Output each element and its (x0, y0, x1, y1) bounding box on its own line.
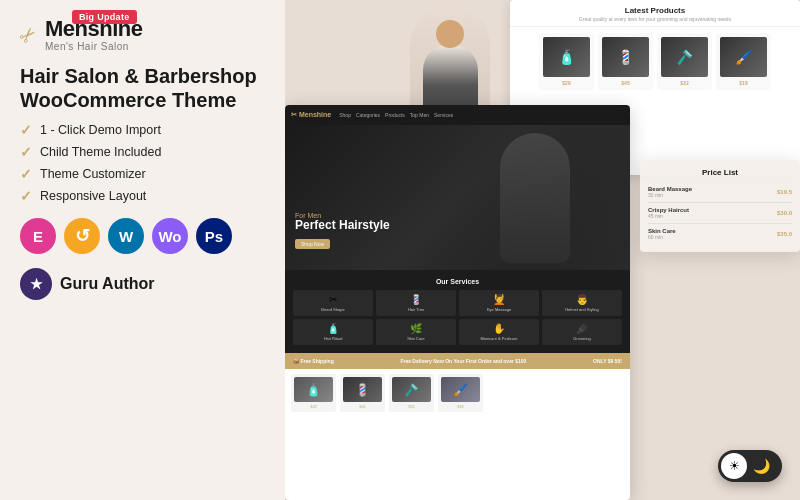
mini-product-img: 💈 (343, 377, 382, 402)
service-item: 💈 Hair Trim (376, 290, 456, 316)
feature-label: Child Theme Included (40, 145, 161, 159)
barber-nav: ✂ Menshine Shop Categories Products Top … (285, 105, 630, 125)
service-name: Beard Shape (295, 307, 371, 312)
nav-link: Top Men (410, 112, 429, 118)
woocommerce-icon: Wo (152, 218, 188, 254)
mini-product-price: $32 (392, 404, 431, 409)
service-icon: 🌿 (378, 323, 454, 334)
features-list: ✓ 1 - Click Demo Import ✓ Child Theme In… (20, 122, 265, 204)
product-price: $18 (720, 80, 767, 86)
shop-title: Latest Products (518, 6, 792, 15)
barber-silhouette (500, 133, 570, 263)
check-icon: ✓ (20, 122, 32, 138)
price-list-title: Price List (648, 168, 792, 177)
screenshot-main: ✂ Menshine Shop Categories Products Top … (285, 105, 630, 500)
product-img: 🖌️ (720, 37, 767, 77)
service-name: Skin Care (378, 336, 454, 341)
dark-mode-toggle[interactable]: ☀ 🌙 (718, 450, 782, 482)
logo-subtitle: Men's Hair Salon (45, 41, 142, 52)
service-item: 🪮 Grooming (542, 319, 622, 345)
right-panel: Latest Products Great quality at every i… (285, 0, 800, 500)
mini-product-img: 🧴 (294, 377, 333, 402)
product-card: 🖌️ $18 (716, 33, 771, 90)
dark-mode-icon: 🌙 (753, 458, 770, 474)
mini-product: 🧴 $29 (291, 374, 336, 412)
services-title: Our Services (293, 278, 622, 285)
hero-barber-image (440, 125, 630, 270)
nav-link: Shop (339, 112, 351, 118)
feature-click-demo: ✓ 1 - Click Demo Import (20, 122, 265, 138)
price-item-cost: $35.0 (777, 231, 792, 237)
services-section: Our Services ✂ Beard Shape 💈 Hair Trim 💆… (285, 270, 630, 353)
price-item-desc: 60 min (648, 234, 676, 240)
price-item: Beard Massage 30 min $19.5 (648, 182, 792, 203)
shop-now-button[interactable]: Shop Now (295, 239, 330, 249)
shop-header: Latest Products Great quality at every i… (510, 0, 800, 27)
light-mode-icon: ☀ (721, 453, 747, 479)
service-item: 🧴 Hair Ritual (293, 319, 373, 345)
service-item: ✂ Beard Shape (293, 290, 373, 316)
products-grid: 🧴 $29 💈 $45 🪒 $32 🖌️ $18 (510, 27, 800, 96)
logo-area: Big Update ✂ Menshine Men's Hair Salon (20, 18, 265, 52)
product-card: 🧴 $29 (539, 33, 594, 90)
big-update-badge: Big Update (72, 10, 137, 24)
service-name: Hair Trim (378, 307, 454, 312)
shop-subtitle: Great quality at every item for your gro… (518, 16, 792, 22)
check-icon: ✓ (20, 166, 32, 182)
guru-star-icon: ★ (20, 268, 52, 300)
product-price: $32 (661, 80, 708, 86)
product-img: 💈 (602, 37, 649, 77)
services-grid: ✂ Beard Shape 💈 Hair Trim 💆 Eye Massage … (293, 290, 622, 345)
feature-child-theme: ✓ Child Theme Included (20, 144, 265, 160)
service-icon: 🧴 (295, 323, 371, 334)
service-icon: 💆 (461, 294, 537, 305)
hero-text: For Men Perfect Hairstyle Shop Now (295, 212, 390, 250)
service-name: Grooming (544, 336, 620, 341)
left-panel: Big Update ✂ Menshine Men's Hair Salon H… (0, 0, 285, 500)
mini-product: 🖌️ $18 (438, 374, 483, 412)
perfect-hairstyle-title: Perfect Hairstyle (295, 219, 390, 232)
service-item: ✋ Manicure & Pedicure (459, 319, 539, 345)
nav-links: Shop Categories Products Top Men Service… (339, 112, 453, 118)
price-item: Crispy Haircut 45 min $30.0 (648, 203, 792, 224)
guru-author-label: Guru Author (60, 275, 155, 293)
service-icon: 💈 (378, 294, 454, 305)
feature-label: 1 - Click Demo Import (40, 123, 161, 137)
photoshop-icon: Ps (196, 218, 232, 254)
theme-title: Hair Salon & Barbershop WooCommerce Them… (20, 64, 265, 112)
product-img: 🧴 (543, 37, 590, 77)
price-item-cost: $19.5 (777, 189, 792, 195)
update-icon: ↺ (64, 218, 100, 254)
price-item-cost: $30.0 (777, 210, 792, 216)
service-name: Helmet and Styling (544, 307, 620, 312)
nav-logo: ✂ Menshine (291, 111, 331, 119)
mini-product: 💈 $45 (340, 374, 385, 412)
price-item-desc: 45 min (648, 213, 689, 219)
service-item: 👨 Helmet and Styling (542, 290, 622, 316)
service-icon: ✂ (295, 294, 371, 305)
free-shipping-label: 📦 Free Shipping (293, 358, 334, 364)
feature-label: Responsive Layout (40, 189, 146, 203)
nav-link: Services (434, 112, 453, 118)
bottom-products: 🧴 $29 💈 $45 🪒 $32 🖌️ $18 (285, 369, 630, 417)
feature-responsive: ✓ Responsive Layout (20, 188, 265, 204)
feature-customizer: ✓ Theme Customizer (20, 166, 265, 182)
product-price: $29 (543, 80, 590, 86)
service-item: 🌿 Skin Care (376, 319, 456, 345)
mini-product-img: 🪒 (392, 377, 431, 402)
only-label: ONLY $9.50! (593, 358, 622, 364)
delivery-info: Free Delivery Now On Your First Order an… (400, 358, 526, 364)
nav-link: Products (385, 112, 405, 118)
guru-author: ★ Guru Author (20, 268, 265, 300)
elementor-icon: E (20, 218, 56, 254)
barber-hero: For Men Perfect Hairstyle Shop Now (285, 125, 630, 270)
check-icon: ✓ (20, 188, 32, 204)
nav-link: Categories (356, 112, 380, 118)
mini-product: 🪒 $32 (389, 374, 434, 412)
service-name: Manicure & Pedicure (461, 336, 537, 341)
free-shipping-bar: 📦 Free Shipping Free Delivery Now On You… (285, 353, 630, 369)
service-item: 💆 Eye Massage (459, 290, 539, 316)
product-card: 🪒 $32 (657, 33, 712, 90)
mini-product-price: $45 (343, 404, 382, 409)
product-card: 💈 $45 (598, 33, 653, 90)
